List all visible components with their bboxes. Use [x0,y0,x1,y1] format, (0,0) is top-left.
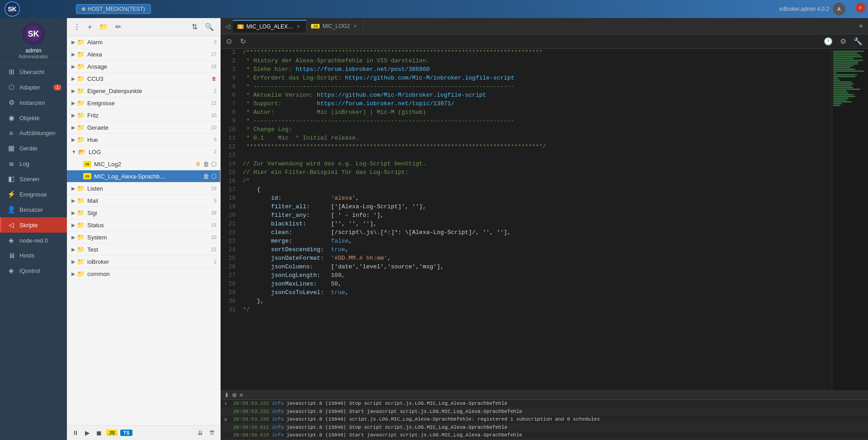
list-icon[interactable]: ≡ [240,392,243,398]
start-button[interactable]: ▶ [83,428,92,437]
code-line-28: 28 jsonMaxLines: 50, [221,281,832,289]
sidebar-item-iqontrol[interactable]: ◈ iQontrol [0,263,67,278]
host-status-dot [82,7,85,11]
script-mic-log2[interactable]: JS MIC_Log2 ⏸ 🗑 ⬡ [67,158,220,170]
folder-arrow: ▶ [71,100,75,106]
folder-eigene[interactable]: ▶ 📁 Eigene_Datenpunkte 2 [67,85,220,97]
sidebar-item-aufzaehlungen[interactable]: ≡ Aufzählungen [0,126,67,140]
sort-button[interactable]: ⇅ [190,22,199,32]
folder-listen[interactable]: ▶ 📁 Listen 18 [67,183,220,195]
wrench-icon[interactable]: 🔧 [852,36,864,47]
sidebar-item-log[interactable]: ≣ Log [0,156,67,171]
folder-icon: 📁 [77,234,85,241]
sidebar-item-adapter[interactable]: ⬡ Adapter 1 [0,80,67,95]
history-icon[interactable]: 🕐 [822,36,835,47]
timestamp: 20:58:58.611 [233,425,269,430]
code-line-23: 23 merge: false, [221,238,832,246]
export-icon[interactable]: ⬡ [211,173,217,180]
sidebar-item-geraete[interactable]: ▦ Geräte [0,140,67,156]
sidebar-item-szenen[interactable]: ◧ Szenen [0,171,67,187]
ts-new-button[interactable]: TS [120,430,132,436]
code-line-25: 25 jsonDateFormat: '#DD.MM.# hh:mm', [221,255,832,263]
script-toolbar: ⋮ + 📁 ✏ ⇅ 🔍 [67,18,220,36]
folder-geraete[interactable]: ▶ 📁 Geraete 10 [67,122,220,134]
delete-icon[interactable]: 🗑 [203,160,209,168]
avatar: SK [22,23,45,45]
folder-name: System [87,234,211,241]
folder-ccu3[interactable]: ▶ 📁 CCU3 🗑 [67,73,220,85]
folder-alarm[interactable]: ▶ 📁 Alarm 3 [67,36,220,48]
folder-alexa[interactable]: ▶ 📁 Alexa 17 [67,48,220,61]
sidebar-item-objekte[interactable]: ◉ Objekte [0,110,67,126]
folder-system[interactable]: ▶ 📁 System 10 [67,231,220,243]
play-all-button[interactable]: ⏸ [71,428,80,437]
tab-menu-button[interactable]: ≡ [855,23,866,29]
folder-hue[interactable]: ▶ 📁 Hue 5 [67,134,220,146]
folder-fritz[interactable]: ▶ 📁 Fritz 10 [67,109,220,122]
tab-arrow-left[interactable]: ◁ [222,23,233,30]
tab-mic-log-alex[interactable]: S MIC_LOG_ALEX… × [233,20,307,33]
copy-icon[interactable]: ⊗ [232,392,237,398]
tab-lang-badge: S [237,24,244,29]
folder-icon: 📂 [78,148,86,155]
folder-delete[interactable]: 🗑 [212,76,217,81]
folder-count: 3 [214,39,217,45]
close-tab-button[interactable]: × [353,23,358,29]
refresh-icon[interactable]: ↻ [238,36,248,47]
pause-icon[interactable]: ⏸ [195,160,201,168]
folder-arrow: ▶ [71,76,75,82]
folder-count: 18 [211,64,217,69]
folder-common[interactable]: ▶ 📁 common [67,268,220,280]
folder-ansage[interactable]: ▶ 📁 Ansage 18 [67,61,220,73]
folder-sigi[interactable]: ▶ 📁 Sigi 39 [67,207,220,219]
export-icon[interactable]: ⬡ [211,160,217,168]
delete-icon[interactable]: 🗑 [203,173,209,180]
folder-count: 18 [211,186,217,191]
script-mic-log-alexa[interactable]: JS MIC_Log_Alexa-Sprachb… 🗑 ⬡ [67,170,220,183]
search-button[interactable]: 🔍 [203,22,216,32]
sidebar-item-ereignisse[interactable]: ⚡ Ereignisse [0,187,67,202]
sidebar-item-benutzer[interactable]: 👤 Benutzer [0,202,67,217]
sidebar-item-node-red[interactable]: ◈ node-red.0 [0,233,67,248]
console-panel: ⬇ ⊗ ≡ ⬇ 20:58:53.222 info javascript.0 (… [221,390,868,440]
folder-arrow: ▶ [71,137,75,143]
folder-iobroker[interactable]: ▶ 📁 ioBroker 2 [67,256,220,268]
folder-icon: 📁 [77,246,85,253]
user-section: SK admin Administrator [0,18,67,64]
log-message: javascript.0 (15848) Stop script script.… [287,425,507,430]
folder-status[interactable]: ▶ 📁 Status 15 [67,219,220,231]
sidebar-item-skripte[interactable]: ◁ Skripte [0,217,67,233]
collapse-button[interactable]: ⇊ [196,428,205,437]
js-new-button[interactable]: JS [106,430,118,436]
target-icon[interactable]: ⊙ [224,36,234,47]
script-bottom-toolbar: ⏸ ▶ ◼ JS TS ⇊ ⇈ [67,425,220,440]
close-button[interactable]: × [855,3,865,13]
sidebar-item-hosts[interactable]: 🖥 Hosts [0,248,67,263]
add-script-button[interactable]: + [86,22,94,32]
folder-name: Fritz [87,112,211,119]
console-toolbar: ⬇ ⊗ ≡ [221,391,868,400]
gear-icon: ⚙ [7,98,16,107]
add-folder-button[interactable]: 📁 [97,22,110,32]
close-tab-button[interactable]: × [296,23,301,30]
folder-arrow: ▶ [71,88,75,94]
menu-button[interactable]: ⋮ [71,22,82,32]
folder-test[interactable]: ▶ 📁 Test 22 [67,243,220,256]
code-line-29: 29 jsonCssToLevel: true, [221,289,832,298]
tab-mic-log2[interactable]: JS MIC_LOG2 × [307,20,363,32]
folder-ereignisse[interactable]: ▶ 📁 Ereignisse 12 [67,97,220,109]
settings-icon[interactable]: ⚙ [838,36,848,47]
expand-button[interactable]: ⇈ [208,428,217,437]
code-line-19: 19 filter_all: ['[Alexa-Log-Script]', ''… [221,203,832,212]
sidebar-item-instanzen[interactable]: ⚙ Instanzen [0,95,67,110]
sidebar-item-uebersicht[interactable]: ⊞ Übersicht [0,64,67,80]
folder-icon: 📁 [77,124,85,131]
code-line-21: 21 blacklist: ['', '', ''], [221,220,832,229]
stop-button[interactable]: ◼ [94,428,104,437]
edit-button[interactable]: ✏ [113,22,123,32]
folder-log[interactable]: ▼ 📂 LOG 2 [67,146,220,158]
download-icon[interactable]: ⬇ [224,392,229,398]
folder-mail[interactable]: ▶ 📁 Mail 5 [67,195,220,207]
sidebar: SK admin Administrator ⊞ Übersicht ⬡ Ada… [0,18,67,440]
host-button[interactable]: HOST_MEDION(TEST) [76,4,151,14]
